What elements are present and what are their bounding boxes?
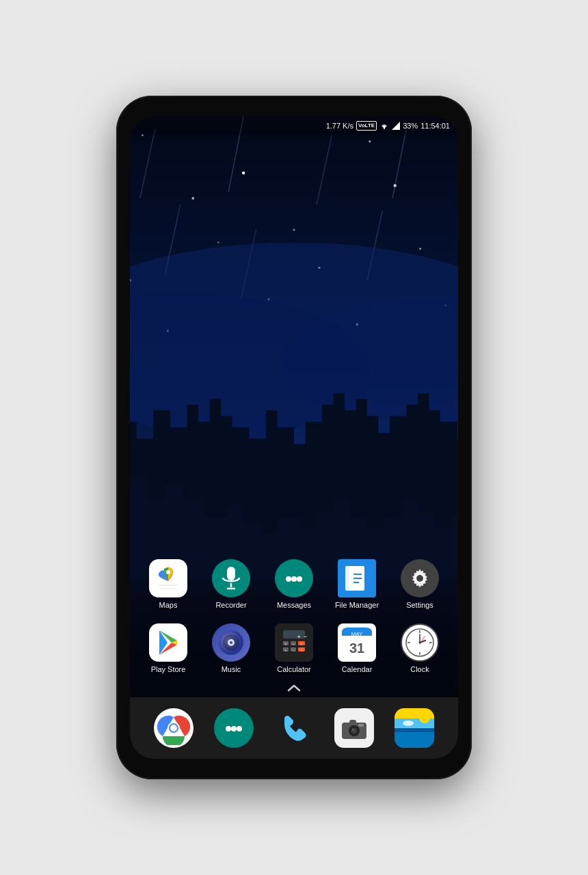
recorder-label: Recorder bbox=[215, 601, 246, 610]
chrome-icon-svg bbox=[157, 711, 191, 745]
svg-point-110 bbox=[403, 721, 414, 726]
svg-text:÷: ÷ bbox=[293, 642, 295, 646]
dock-messages[interactable] bbox=[214, 708, 254, 748]
phone-dock-icon bbox=[274, 708, 314, 748]
app-settings[interactable]: Settings bbox=[395, 559, 444, 610]
svg-point-96 bbox=[170, 725, 177, 731]
wallpaper-icon-svg bbox=[395, 708, 434, 748]
svg-point-105 bbox=[352, 729, 353, 730]
svg-marker-41 bbox=[392, 122, 400, 130]
svg-point-50 bbox=[291, 576, 297, 582]
svg-text:+  −: + − bbox=[297, 633, 308, 639]
filemanager-label: File Manager bbox=[335, 601, 379, 610]
app-area: Maps Recorder bbox=[130, 559, 458, 697]
settings-icon-svg bbox=[407, 565, 433, 591]
dock bbox=[130, 697, 458, 759]
screen: 1.77 K/s VoLTE 33% 11:54:01 bbox=[130, 116, 458, 759]
app-row-1: Maps Recorder bbox=[130, 559, 458, 610]
chrome-dock-icon bbox=[154, 708, 193, 748]
svg-point-49 bbox=[286, 576, 291, 582]
music-icon bbox=[212, 623, 250, 662]
app-maps[interactable]: Maps bbox=[144, 559, 193, 610]
recorder-icon bbox=[212, 559, 250, 597]
maps-icon-svg bbox=[153, 563, 183, 593]
settings-label: Settings bbox=[406, 601, 433, 610]
svg-point-92 bbox=[419, 641, 421, 643]
calendar-icon-svg: 31 MAY bbox=[342, 628, 372, 658]
dock-camera[interactable] bbox=[334, 708, 374, 748]
messages-dock-icon-svg bbox=[221, 715, 247, 741]
messages-icon-svg bbox=[281, 565, 307, 591]
svg-point-63 bbox=[230, 641, 232, 644]
svg-point-40 bbox=[384, 128, 385, 129]
messages-label: Messages bbox=[277, 601, 311, 610]
playstore-icon-svg bbox=[155, 628, 181, 658]
svg-point-97 bbox=[226, 726, 231, 731]
filemanager-icon-svg bbox=[344, 563, 370, 593]
svg-rect-107 bbox=[349, 720, 356, 724]
battery-level: 33% bbox=[403, 122, 418, 130]
svg-point-98 bbox=[231, 726, 237, 731]
volte-badge: VoLTE bbox=[356, 121, 377, 131]
app-filemanager[interactable]: File Manager bbox=[332, 559, 382, 610]
calculator-icon: + − × ÷ + − bbox=[275, 623, 313, 662]
svg-point-4 bbox=[369, 140, 371, 142]
messages-icon bbox=[275, 559, 313, 597]
svg-text:×: × bbox=[285, 642, 287, 646]
svg-point-109 bbox=[419, 712, 430, 723]
svg-text:31: 31 bbox=[349, 641, 364, 656]
svg-point-3 bbox=[242, 172, 245, 174]
svg-text:−: − bbox=[293, 648, 295, 652]
clock-icon bbox=[401, 623, 439, 662]
app-messages[interactable]: Messages bbox=[269, 559, 319, 610]
calculator-label: Calculator bbox=[277, 665, 311, 674]
app-playstore[interactable]: Play Store bbox=[144, 623, 193, 674]
svg-point-43 bbox=[166, 570, 170, 574]
maps-icon bbox=[149, 559, 187, 597]
svg-point-8 bbox=[191, 197, 194, 200]
wifi-icon bbox=[379, 122, 389, 130]
camera-dock-icon bbox=[334, 708, 374, 748]
playstore-label: Play Store bbox=[151, 665, 186, 674]
recorder-icon-svg bbox=[220, 565, 242, 591]
app-recorder[interactable]: Recorder bbox=[206, 559, 256, 610]
calendar-icon: 31 MAY bbox=[338, 623, 376, 662]
dock-wallpaper[interactable] bbox=[395, 708, 434, 748]
svg-text:=: = bbox=[301, 648, 303, 652]
svg-point-58 bbox=[416, 575, 423, 582]
clock-label: Clock bbox=[410, 665, 429, 674]
network-speed: 1.77 K/s bbox=[326, 122, 353, 130]
drawer-arrow-icon bbox=[286, 684, 302, 693]
dock-phone[interactable] bbox=[274, 708, 314, 748]
app-clock[interactable]: Clock bbox=[395, 623, 444, 674]
camera-icon-svg bbox=[339, 713, 369, 743]
messages-dock-icon bbox=[214, 708, 254, 748]
status-right: 1.77 K/s VoLTE 33% 11:54:01 bbox=[326, 121, 450, 131]
calendar-label: Calendar bbox=[342, 665, 373, 674]
svg-point-99 bbox=[237, 726, 242, 731]
svg-rect-59 bbox=[155, 628, 181, 658]
app-calculator[interactable]: + − × ÷ + − bbox=[269, 623, 319, 674]
app-music[interactable]: Music bbox=[206, 623, 256, 674]
svg-point-9 bbox=[293, 229, 295, 231]
calculator-icon-svg: + − × ÷ + − bbox=[279, 628, 309, 658]
time: 11:54:01 bbox=[420, 122, 450, 130]
wallpaper-dock-icon bbox=[395, 708, 434, 748]
music-label: Music bbox=[222, 665, 241, 674]
app-calendar[interactable]: 31 MAY Calendar bbox=[332, 623, 382, 674]
status-bar: 1.77 K/s VoLTE 33% 11:54:01 bbox=[130, 116, 458, 135]
app-row-2: Play Store bbox=[130, 623, 458, 674]
svg-text:+: + bbox=[285, 648, 287, 652]
dock-chrome[interactable] bbox=[154, 708, 193, 748]
svg-text:MAY: MAY bbox=[351, 631, 363, 637]
phone-frame: 1.77 K/s VoLTE 33% 11:54:01 bbox=[116, 96, 472, 779]
drawer-handle[interactable] bbox=[130, 679, 458, 697]
filemanager-icon bbox=[338, 559, 376, 597]
svg-rect-46 bbox=[227, 567, 235, 580]
svg-text:=: = bbox=[301, 642, 303, 646]
svg-point-17 bbox=[419, 247, 421, 250]
signal-icon bbox=[392, 122, 400, 130]
svg-rect-106 bbox=[358, 724, 364, 727]
music-icon-svg bbox=[218, 630, 244, 656]
phone-icon-svg bbox=[276, 710, 312, 746]
